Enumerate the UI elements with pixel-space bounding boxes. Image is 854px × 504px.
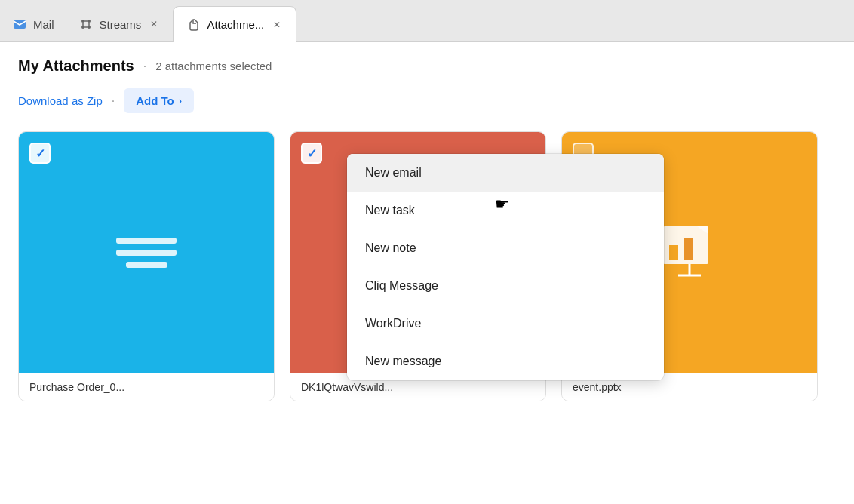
tab-mail[interactable]: Mail: [0, 6, 66, 42]
card-name-2: DK1lQtwavVswild...: [301, 381, 393, 393]
dropdown-item-new-task[interactable]: New task: [347, 192, 664, 229]
dropdown-item-new-note[interactable]: New note: [347, 229, 664, 267]
page-header: My Attachments · 2 attachments selected: [18, 57, 836, 75]
card-checkbox-2[interactable]: ✓: [301, 143, 322, 164]
tab-streams[interactable]: Streams ✕: [66, 6, 174, 42]
page-title: My Attachments: [18, 57, 134, 75]
tab-streams-label: Streams: [100, 18, 142, 31]
card-name-1: Purchase Order_0...: [29, 381, 124, 393]
tab-streams-close[interactable]: ✕: [147, 17, 161, 31]
dropdown-item-workdrive-label: WorkDrive: [365, 317, 421, 330]
card-checkbox-1[interactable]: ✓: [29, 143, 51, 164]
svg-point-3: [81, 26, 84, 29]
streams-icon: [78, 17, 94, 32]
add-to-label: Add To: [136, 94, 174, 107]
main-content: My Attachments · 2 attachments selected …: [0, 42, 854, 504]
checkmark-icon-2: ✓: [307, 146, 317, 161]
download-zip-button[interactable]: Download as Zip: [18, 90, 103, 112]
add-to-dropdown: New email New task New note Cliq Message…: [347, 154, 664, 380]
tab-attachments[interactable]: Attachme... ✕: [173, 6, 296, 42]
svg-point-4: [88, 26, 91, 29]
svg-point-2: [88, 20, 91, 23]
card-preview-blue: ✓: [19, 132, 274, 373]
selection-count: 2 attachments selected: [155, 60, 272, 72]
svg-point-1: [81, 20, 84, 23]
mail-icon: [12, 17, 27, 32]
doc-line-3: [126, 262, 167, 268]
svg-rect-7: [684, 238, 693, 260]
toolbar: Download as Zip · Add To ›: [18, 88, 836, 113]
doc-line-2: [116, 250, 177, 256]
presentation-icon: [656, 219, 723, 287]
dropdown-item-new-note-label: New note: [365, 241, 416, 255]
card-purchase-order[interactable]: ✓ Purchase Order_0...: [18, 131, 275, 401]
tab-attachments-close[interactable]: ✕: [270, 18, 284, 32]
tab-bar: Mail Streams ✕ Attachme... ✕: [0, 0, 854, 42]
tab-mail-label: Mail: [33, 18, 54, 31]
dropdown-item-new-task-label: New task: [365, 204, 415, 217]
dropdown-item-cliq-message-label: Cliq Message: [365, 279, 438, 293]
dropdown-item-new-email[interactable]: New email: [347, 154, 664, 192]
chevron-right-icon: ›: [179, 95, 182, 106]
add-to-button[interactable]: Add To ›: [124, 88, 194, 113]
svg-rect-0: [14, 20, 26, 29]
dropdown-item-new-message[interactable]: New message: [347, 343, 664, 380]
checkmark-icon: ✓: [35, 146, 45, 161]
dropdown-item-new-message-label: New message: [365, 355, 441, 368]
card-name-3: event.pptx: [573, 381, 622, 393]
attachments-icon: [186, 17, 201, 32]
header-dot: ·: [143, 60, 146, 73]
dropdown-item-workdrive[interactable]: WorkDrive: [347, 305, 664, 343]
doc-line-1: [116, 238, 177, 244]
dropdown-item-cliq-message[interactable]: Cliq Message: [347, 267, 664, 305]
doc-lines-icon: [116, 238, 177, 268]
dropdown-item-new-email-label: New email: [365, 166, 422, 180]
svg-rect-6: [669, 245, 678, 260]
tab-attachments-label: Attachme...: [207, 18, 264, 31]
card-footer-1: Purchase Order_0...: [19, 373, 274, 401]
toolbar-dot: ·: [112, 94, 115, 108]
